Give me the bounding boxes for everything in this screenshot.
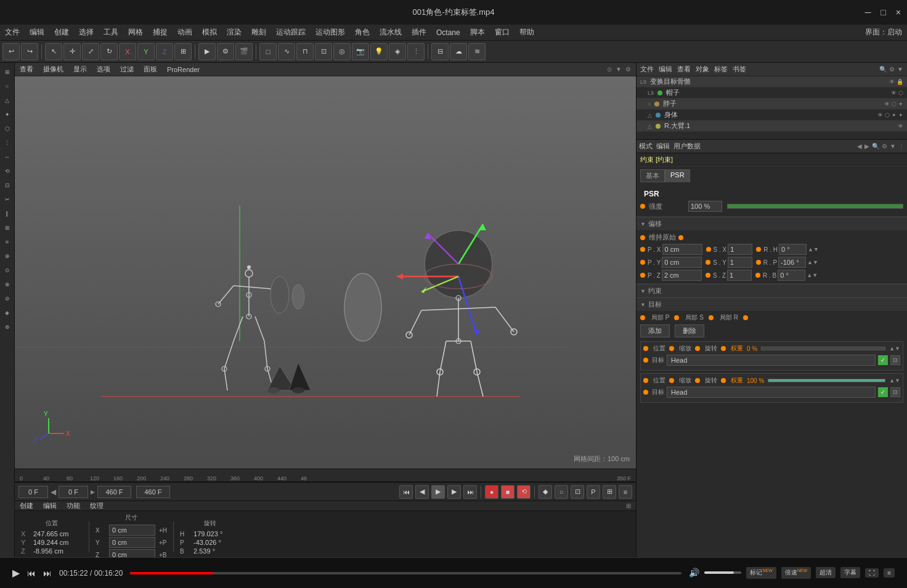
record-btn[interactable]: ●: [485, 485, 498, 499]
coords-tab-texture[interactable]: 纹理: [90, 501, 104, 510]
select-tool[interactable]: ↖: [45, 43, 62, 60]
left-tool-2[interactable]: ○: [1, 79, 14, 93]
left-tool-8[interactable]: ⟲: [1, 164, 14, 178]
volume-icon[interactable]: 🔊: [689, 568, 699, 578]
constraint-section-header[interactable]: ▼ 约束: [637, 284, 907, 297]
props-arrow-left[interactable]: ◀: [857, 143, 862, 150]
menu-motion-tracking[interactable]: 运动跟踪: [276, 27, 306, 38]
anim-btn[interactable]: ○: [555, 485, 568, 499]
scale-tool[interactable]: ⤢: [82, 43, 99, 60]
menu-mograph[interactable]: 运动图形: [315, 27, 345, 38]
py-input[interactable]: [662, 257, 702, 268]
timeline-list[interactable]: ≡: [619, 485, 632, 499]
left-tool-6[interactable]: ⋮: [1, 136, 14, 150]
props-mode[interactable]: 模式: [639, 142, 653, 151]
spline-btn[interactable]: ∿: [278, 43, 295, 60]
menu-render[interactable]: 渲染: [227, 27, 242, 38]
subtitle-btn[interactable]: 字幕: [840, 567, 860, 578]
tab-basic[interactable]: 基本: [640, 169, 665, 182]
sy-input[interactable]: [728, 257, 752, 268]
render-preview[interactable]: ▶: [198, 43, 216, 60]
frame-max[interactable]: [97, 486, 131, 498]
left-tool-5[interactable]: ⬡: [1, 122, 14, 135]
minimize-btn[interactable]: ─: [864, 7, 871, 17]
sx-input[interactable]: [728, 244, 752, 255]
vp-filter[interactable]: 过滤: [120, 65, 134, 74]
menu-character[interactable]: 角色: [355, 27, 370, 38]
render-settings[interactable]: ⚙: [217, 43, 234, 60]
redo-btn[interactable]: ↪: [21, 43, 38, 60]
strength-input[interactable]: [688, 201, 722, 212]
scene-item-hat[interactable]: L9 帽子 👁⬡: [637, 87, 907, 99]
menu-tools[interactable]: 工具: [104, 27, 118, 38]
undo-btn[interactable]: ↩: [2, 43, 20, 60]
scene-item-transform[interactable]: L9 变换目标骨骼 👁🔒: [637, 76, 907, 87]
left-tool-13[interactable]: ≡: [1, 235, 14, 249]
left-tool-1[interactable]: ⊞: [1, 65, 14, 79]
fog-btn[interactable]: ≋: [468, 43, 486, 60]
props-search[interactable]: 🔍: [872, 143, 879, 150]
nurbs-btn[interactable]: ⊓: [296, 43, 314, 60]
bookmark-btn[interactable]: 标记NEW: [746, 567, 776, 578]
frame-end[interactable]: [136, 486, 170, 498]
vp-prorender[interactable]: ProRender: [167, 66, 200, 73]
path-btn[interactable]: P: [587, 485, 600, 499]
target2-input[interactable]: [667, 387, 876, 398]
left-tool-7[interactable]: ↔: [1, 150, 14, 164]
menu-snap[interactable]: 捕捉: [153, 27, 168, 38]
vp-view[interactable]: 查看: [20, 65, 33, 74]
transform-btn[interactable]: ⊞: [174, 43, 192, 60]
scene-search-icon[interactable]: 🔍: [879, 66, 887, 73]
menu-window[interactable]: 窗口: [495, 27, 510, 38]
props-collapse[interactable]: ▼: [890, 143, 896, 150]
menu-sculpt[interactable]: 雕刻: [251, 27, 266, 38]
del-target-btn[interactable]: 删除: [675, 324, 704, 337]
hair-btn[interactable]: ⋮: [407, 43, 425, 60]
environment-btn[interactable]: ◎: [333, 43, 351, 60]
target1-input[interactable]: [667, 355, 876, 366]
go-end-btn[interactable]: ⏭: [463, 485, 477, 499]
target1-icon-btn[interactable]: ⊡: [890, 355, 900, 365]
key-btn[interactable]: ◆: [539, 485, 552, 499]
quality-btn[interactable]: 超清: [816, 567, 836, 578]
material-btn[interactable]: ◈: [389, 43, 406, 60]
add-target-btn[interactable]: 添加: [640, 324, 670, 337]
target1-accept-btn[interactable]: ✓: [878, 355, 888, 365]
y-size-input[interactable]: [109, 537, 155, 548]
rh-input[interactable]: [779, 244, 807, 255]
menu-simulate[interactable]: 模拟: [202, 27, 217, 38]
left-tool-19[interactable]: ⊛: [1, 320, 14, 334]
timeline-grid[interactable]: ⊞: [603, 485, 616, 499]
props-more[interactable]: ⋮: [898, 143, 905, 150]
scene-file[interactable]: 文件: [640, 65, 654, 74]
left-tool-9[interactable]: ⊡: [1, 179, 14, 192]
scene-edit[interactable]: 编辑: [659, 65, 672, 74]
menu-pipeline[interactable]: 流水线: [380, 27, 402, 38]
rb-input[interactable]: [778, 270, 805, 281]
left-tool-4[interactable]: ✦: [1, 108, 14, 121]
menu-plugins[interactable]: 插件: [412, 27, 426, 38]
vp-options[interactable]: 选项: [97, 65, 110, 74]
maximize-btn[interactable]: □: [881, 7, 885, 17]
z-axis[interactable]: Z: [156, 43, 173, 60]
stop-btn[interactable]: ■: [501, 485, 515, 499]
camera-btn[interactable]: 📷: [352, 43, 369, 60]
left-tool-17[interactable]: ⊘: [1, 292, 14, 305]
move-tool[interactable]: ✛: [63, 43, 81, 60]
menu-octane[interactable]: Octane: [436, 28, 460, 37]
motion-btn[interactable]: ⊡: [571, 485, 584, 499]
left-tool-3[interactable]: △: [1, 94, 14, 107]
target2-accept-btn[interactable]: ✓: [878, 387, 888, 397]
player-prev-btn[interactable]: ⏮: [27, 568, 36, 578]
light-btn[interactable]: 💡: [370, 43, 388, 60]
prev-frame-btn[interactable]: ◀: [415, 485, 429, 499]
close-btn[interactable]: ×: [896, 7, 901, 17]
vp-camera[interactable]: 摄像机: [43, 65, 63, 74]
props-userdata[interactable]: 用户数据: [673, 142, 701, 151]
fullscreen-btn[interactable]: ⛶: [865, 568, 879, 578]
rotate-tool[interactable]: ↻: [100, 43, 118, 60]
offset-section-header[interactable]: ▼ 偏移: [637, 217, 907, 230]
tab-psr[interactable]: PSR: [665, 169, 690, 182]
x-axis[interactable]: X: [119, 43, 136, 60]
left-tool-10[interactable]: ✂: [1, 193, 14, 206]
